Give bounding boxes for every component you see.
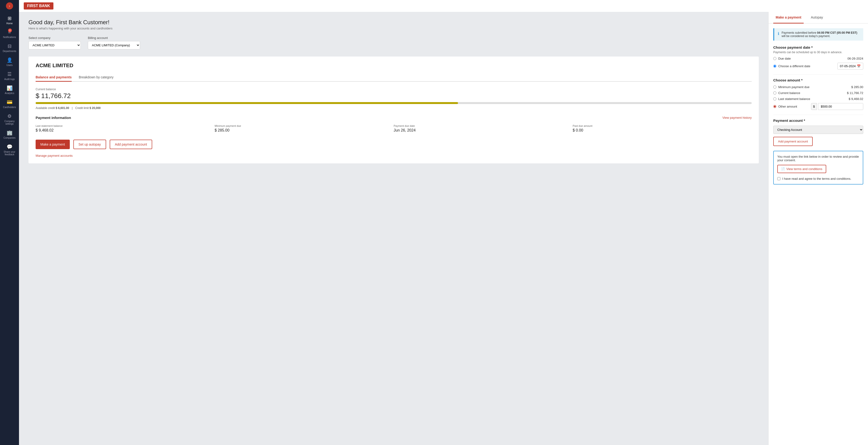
panel-tab-make-payment[interactable]: Make a payment <box>773 12 804 24</box>
due-date-label[interactable]: Due date <box>778 57 791 60</box>
current-balance-radio[interactable] <box>773 91 776 94</box>
minimum-payment-radio[interactable] <box>773 86 776 89</box>
departments-icon: ⊟ <box>8 43 12 49</box>
sidebar-item-label: Analytics <box>5 92 14 94</box>
action-buttons: Make a payment Set up autopay Add paymen… <box>36 140 752 149</box>
terms-link-label: View terms and conditions <box>786 167 823 171</box>
audit-logs-icon: ☰ <box>7 71 12 77</box>
sidebar-item-share-feedback[interactable]: 💬 Share your feedback <box>0 142 19 158</box>
stat-last-statement-label: Last statement balance <box>36 124 215 127</box>
sidebar-item-companies[interactable]: 🏢 Companies <box>0 127 19 142</box>
panel-tab-autopay[interactable]: Autopay <box>808 12 825 24</box>
balance-meta: Available credit $ 6,601.00 | Credit lim… <box>36 107 752 110</box>
due-date-radio[interactable] <box>773 57 776 60</box>
stat-past-due: Past due amount $ 0.00 <box>572 124 752 132</box>
sidebar-item-label: Home <box>6 22 13 25</box>
billing-select[interactable]: ACME LIMITED (Company) <box>88 41 140 50</box>
sidebar-item-home[interactable]: ⊞ Home <box>0 13 19 27</box>
sidebar-item-cardholders[interactable]: 💳 Cardholders <box>0 97 19 111</box>
balance-bar-fill <box>36 102 458 104</box>
stat-last-statement-value: $ 9,468.02 <box>36 128 215 132</box>
home-icon: ⊞ <box>8 16 12 21</box>
sidebar-item-label: Departments <box>3 50 16 53</box>
agree-terms-label[interactable]: I have read and agree to the terms and c… <box>782 177 851 180</box>
toggle-icon: › <box>9 4 10 8</box>
stat-last-statement: Last statement balance $ 9,468.02 <box>36 124 215 132</box>
content-area: Good day, First Bank Customer! Here is w… <box>19 12 868 445</box>
last-statement-radio[interactable] <box>773 97 776 100</box>
payment-account-select[interactable]: Checking Account <box>773 126 863 134</box>
right-panel: Make a payment Autopay ℹ Payments submit… <box>768 12 868 445</box>
date-picker[interactable]: 07-05-2024 📅 <box>837 63 864 69</box>
payment-info-header: Payment information View payment history <box>36 116 752 120</box>
page-subtitle: Here is what's happening with your accou… <box>29 27 759 30</box>
divider-2 <box>773 115 863 115</box>
view-terms-button[interactable]: 📄 View terms and conditions <box>777 165 826 173</box>
different-date-label[interactable]: Choose a different date <box>778 64 810 68</box>
current-balance-label[interactable]: Current balance <box>778 91 800 95</box>
consent-message: You must open the link below in order to… <box>777 155 859 162</box>
setup-autopay-button[interactable]: Set up autopay <box>73 140 106 149</box>
agree-terms-checkbox[interactable] <box>777 177 780 180</box>
sidebar-toggle[interactable]: › <box>6 2 13 9</box>
last-statement-value: $ 9,468.02 <box>849 97 863 101</box>
stat-past-due-value: $ 0.00 <box>572 128 752 132</box>
other-amount-input[interactable] <box>818 103 863 110</box>
due-date-value: 06-26-2024 <box>847 57 864 60</box>
last-statement-label[interactable]: Last statement balance <box>778 97 810 101</box>
sidebar-item-label: Notifications <box>3 36 16 38</box>
minimum-payment-label[interactable]: Minimum payment due <box>778 85 810 89</box>
view-payment-history-link[interactable]: View payment history <box>722 116 752 119</box>
stat-due-date-value: Jun 26, 2024 <box>394 128 572 132</box>
company-select[interactable]: ACME LIMITED <box>29 41 81 50</box>
current-balance-label: Current balance <box>36 88 752 91</box>
stat-minimum-payment-label: Minimum payment due <box>215 124 394 127</box>
sidebar-item-label: Companies <box>4 137 16 139</box>
available-credit-label: Available credit $ 6,601.00 <box>36 107 69 110</box>
divider-1 <box>773 74 863 75</box>
sidebar-item-analytics[interactable]: 📊 Analytics <box>0 83 19 97</box>
main-container: FIRST BANK Good day, First Bank Customer… <box>19 0 868 445</box>
add-payment-account-button[interactable]: Add payment account <box>110 140 152 149</box>
sidebar-item-label: Audit logs <box>4 78 15 81</box>
add-payment-account-panel-button[interactable]: Add payment account <box>773 137 813 146</box>
current-balance-option: Current balance $ 11,766.72 <box>773 91 863 95</box>
account-title: ACME LIMITED <box>36 62 752 69</box>
page-greeting: Good day, First Bank Customer! <box>29 19 759 26</box>
sidebar-item-company-settings[interactable]: ⚙ Company settings <box>0 111 19 127</box>
make-payment-button[interactable]: Make a payment <box>36 140 70 149</box>
other-amount-radio[interactable] <box>773 105 776 108</box>
billing-select-label: Billing account <box>88 36 140 40</box>
top-bar: FIRST BANK <box>19 0 868 12</box>
sidebar-item-label: Share your feedback <box>1 151 18 156</box>
available-credit-value: $ 6,601.00 <box>56 107 69 110</box>
different-date-option: Choose a different date 07-05-2024 📅 <box>773 63 863 69</box>
manage-payment-accounts-link[interactable]: Manage payment accounts <box>36 154 752 157</box>
stat-due-date: Payment due date Jun 26, 2024 <box>394 124 572 132</box>
analytics-icon: 📊 <box>7 85 12 91</box>
info-icon: ℹ <box>778 31 779 36</box>
other-amount-label[interactable]: Other amount <box>778 105 797 108</box>
account-tabs: Balance and payments Breakdown by catego… <box>36 73 752 82</box>
companies-icon: 🏢 <box>7 130 12 136</box>
share-feedback-icon: 💬 <box>7 144 12 150</box>
billing-select-group: Billing account ACME LIMITED (Company) <box>88 36 140 50</box>
sidebar-item-label: Cardholders <box>3 106 16 109</box>
tab-breakdown-category[interactable]: Breakdown by category <box>79 73 114 82</box>
notifications-badge: 0 <box>8 29 12 32</box>
sidebar-item-audit-logs[interactable]: ☰ Audit logs <box>0 69 19 83</box>
calendar-icon: 📅 <box>857 64 861 68</box>
tab-balance-payments[interactable]: Balance and payments <box>36 73 72 82</box>
users-icon: 👤 <box>7 57 12 63</box>
different-date-radio[interactable] <box>773 65 776 68</box>
sidebar-item-notifications[interactable]: ≡ 0 Notifications <box>0 27 19 41</box>
credit-limit-value: $ 20,000 <box>90 107 101 110</box>
sidebar-item-users[interactable]: 👤 Users <box>0 55 19 69</box>
company-select-group: Select company ACME LIMITED <box>29 36 81 50</box>
info-message: Payments submitted before 04:00 PM CST (… <box>782 31 860 38</box>
stat-past-due-label: Past due amount <box>572 124 752 127</box>
sidebar-item-label: Company settings <box>1 120 18 125</box>
due-date-option: Due date 06-26-2024 <box>773 57 863 60</box>
sidebar-item-departments[interactable]: ⊟ Departments <box>0 41 19 55</box>
payment-date-radio-group: Due date 06-26-2024 Choose a different d… <box>773 57 863 69</box>
